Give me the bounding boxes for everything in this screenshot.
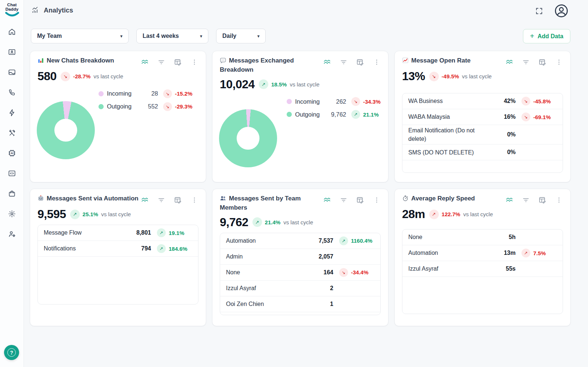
- legend-trend-badge: ↘-29.3%: [163, 102, 193, 111]
- bar-chart-icon: [37, 57, 44, 66]
- sidebar-item-automation[interactable]: [7, 108, 18, 117]
- legend-item-outgoing: Outgoing 552 ↘-29.3%: [98, 101, 198, 112]
- sidebar-item-contacts[interactable]: [7, 47, 18, 56]
- settings-icon: [8, 210, 16, 218]
- add-data-button[interactable]: + Add Data: [523, 29, 570, 43]
- sidebar-item-home[interactable]: [7, 27, 18, 36]
- card-title: New Chats Breakdown: [37, 57, 114, 66]
- card-messages-by-team: Messages Sent by Team Members 9,762 ↗21.…: [212, 189, 388, 326]
- filter-icon[interactable]: [522, 196, 530, 204]
- edit-table-icon[interactable]: [538, 58, 546, 66]
- user-avatar[interactable]: [554, 3, 569, 18]
- edit-table-icon[interactable]: [356, 58, 364, 66]
- filter-icon[interactable]: [340, 196, 348, 204]
- kebab-menu-icon[interactable]: [373, 196, 381, 204]
- trend-lines-icon[interactable]: [323, 196, 331, 204]
- filter-icon[interactable]: [157, 58, 165, 66]
- kpi-value: 10,024: [220, 78, 255, 91]
- legend-dot: [287, 99, 292, 104]
- kpi-note: vs last cycle: [283, 219, 313, 225]
- kebab-menu-icon[interactable]: [190, 58, 198, 66]
- logo-line1: Chat: [7, 3, 17, 7]
- table-row: Ooi Zen Chien 1: [220, 296, 380, 312]
- row-trend-badge: ↗184.6%: [157, 244, 187, 253]
- sidebar-item-store[interactable]: [7, 189, 18, 198]
- breakdown-table: Message Flow 8,801 ↗19.1% Notifications …: [37, 225, 198, 304]
- trend-lines-icon[interactable]: [141, 196, 149, 204]
- cards-grid: New Chats Breakdown 580 ↘-28.7% vs last …: [30, 51, 571, 326]
- speech-bubble-icon: [220, 57, 226, 66]
- question-icon: ?: [7, 348, 16, 357]
- chevron-down-icon: ▾: [115, 34, 122, 39]
- sidebar-item-settings[interactable]: [7, 209, 18, 218]
- trend-lines-icon[interactable]: [141, 58, 149, 66]
- edit-table-icon[interactable]: [174, 58, 182, 66]
- legend-trend-badge: ↘-34.3%: [351, 97, 381, 106]
- sidebar-item-developer[interactable]: [7, 169, 18, 178]
- inbox-icon: [8, 68, 16, 76]
- logo-line2: Daddy: [6, 7, 19, 11]
- kpi-note: vs last cycle: [93, 73, 123, 79]
- sidebar-item-calls[interactable]: [7, 88, 18, 97]
- team-settings-icon: [8, 230, 16, 238]
- analytics-icon: [31, 6, 40, 15]
- table-row: Izzul Asyraf 55s: [402, 261, 563, 277]
- card-message-open-rate: Message Open Rate 13% ↘-49.5% vs last cy…: [394, 51, 571, 182]
- phone-icon: [8, 88, 16, 97]
- filter-icon[interactable]: [157, 196, 165, 204]
- table-row: None 164 ↘-34.4%: [220, 265, 380, 281]
- kpi-trend-badge: ↘-49.5%: [429, 72, 459, 81]
- help-button[interactable]: ?: [4, 345, 19, 360]
- card-title: Messages Sent by Team Members: [220, 195, 323, 212]
- sidebar-item-team[interactable]: [7, 229, 18, 238]
- date-range-select[interactable]: Last 4 weeks ▾: [136, 29, 208, 43]
- kpi-trend-badge: ↗25.1%: [70, 210, 98, 219]
- granularity-select[interactable]: Daily ▾: [216, 29, 266, 43]
- filter-icon[interactable]: [340, 58, 348, 66]
- date-range-value: Last 4 weeks: [143, 33, 179, 39]
- team-select[interactable]: My Team ▾: [31, 29, 129, 43]
- card-title: Messages Sent via Automation: [37, 195, 139, 204]
- kebab-menu-icon[interactable]: [190, 196, 198, 204]
- legend-item-outgoing: Outgoing 9,762 ↗21.1%: [287, 109, 387, 120]
- sidebar-item-inbox[interactable]: [7, 68, 18, 76]
- table-row: WA Business 42% ↘-45.8%: [402, 93, 563, 109]
- robot-icon: [37, 195, 44, 204]
- card-title: Message Open Rate: [402, 57, 471, 66]
- line-chart-icon: [402, 57, 409, 66]
- add-data-label: Add Data: [538, 33, 563, 40]
- sidebar: Chat Daddy AI: [0, 0, 24, 367]
- table-row: Izzul Asyraf 2: [220, 281, 380, 296]
- donut-chart: [37, 101, 95, 159]
- filter-icon[interactable]: [522, 58, 530, 66]
- card-title: Messages Exchanged Breakdown: [220, 57, 323, 74]
- kebab-menu-icon[interactable]: [555, 196, 563, 204]
- table-row: Notifications 794 ↗184.6%: [38, 241, 198, 257]
- breakdown-table: None 5h Automation 13m ↗7.5% Izzul Asyra…: [402, 229, 563, 314]
- sidebar-item-ai[interactable]: AI: [7, 149, 18, 157]
- kpi-note: vs last cycle: [462, 73, 492, 79]
- fullscreen-button[interactable]: [535, 7, 543, 15]
- edit-table-icon[interactable]: [356, 196, 364, 204]
- code-icon: [8, 169, 16, 178]
- edit-table-icon[interactable]: [538, 196, 546, 204]
- tools-icon: [8, 129, 16, 137]
- people-icon: [220, 195, 226, 204]
- table-row: SMS (DO NOT DELETE) 0%: [402, 145, 563, 160]
- row-trend-badge: ↘-69.1%: [521, 113, 551, 121]
- kebab-menu-icon[interactable]: [373, 58, 381, 66]
- automation-icon: [8, 108, 16, 117]
- row-trend-badge: ↗19.1%: [157, 228, 184, 237]
- kpi-trend-badge: ↗122.7%: [429, 210, 460, 219]
- kpi-value: 13%: [402, 70, 425, 83]
- fullscreen-icon: [535, 7, 543, 15]
- trend-lines-icon[interactable]: [505, 196, 513, 204]
- plus-icon: +: [530, 32, 534, 40]
- table-row: Email Notification (Do not delete) 0%: [402, 125, 563, 145]
- logo-smile-icon: [5, 12, 19, 17]
- kebab-menu-icon[interactable]: [555, 58, 563, 66]
- trend-lines-icon[interactable]: [323, 58, 331, 66]
- trend-lines-icon[interactable]: [505, 58, 513, 66]
- sidebar-item-tools[interactable]: [7, 128, 18, 137]
- edit-table-icon[interactable]: [174, 196, 182, 204]
